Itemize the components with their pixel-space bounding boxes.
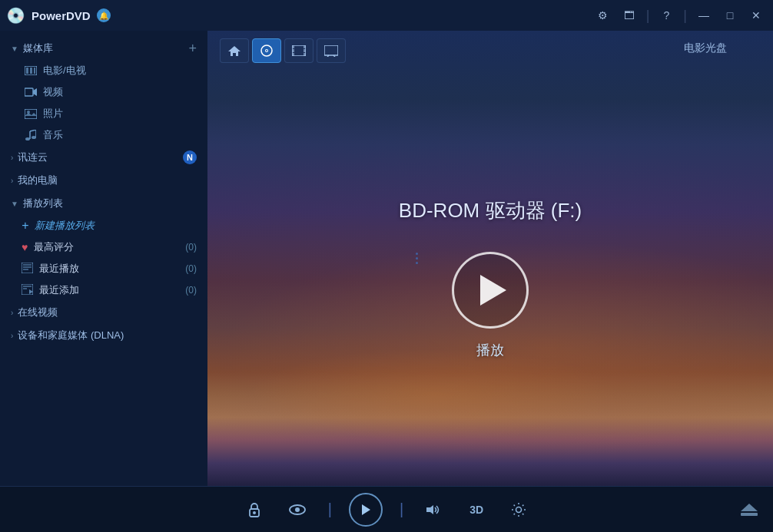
svg-point-41: [516, 507, 522, 512]
add-media-library-button[interactable]: +: [188, 41, 197, 55]
chevron-right-icon-3: ›: [11, 309, 13, 317]
svg-point-9: [32, 136, 36, 139]
help-button[interactable]: ?: [655, 5, 677, 26]
top-rated-label: 最高评分: [34, 240, 74, 254]
sidebar-item-new-playlist[interactable]: + 新建播放列表: [0, 215, 207, 236]
titlebar-controls: ⚙ 🗔 | ? | — □ ✕: [592, 5, 767, 26]
recently-added-label: 最近添加: [39, 283, 79, 297]
window-mode-button[interactable]: 🗔: [619, 5, 640, 26]
disc-tab-button[interactable]: [252, 38, 281, 63]
photo-label: 照片: [43, 107, 63, 121]
settings-button[interactable]: ⚙: [592, 5, 614, 26]
svg-rect-32: [324, 45, 338, 55]
recently-played-icon: [22, 263, 33, 276]
svg-rect-29: [304, 45, 306, 48]
lock-button[interactable]: [241, 496, 268, 524]
svg-rect-43: [741, 513, 758, 516]
maximize-button[interactable]: □: [719, 5, 741, 26]
sidebar-item-online-video[interactable]: › 在线视频: [0, 301, 207, 324]
sidebar-item-playlist[interactable]: ▼ 播放列表: [0, 192, 207, 215]
chevron-down-icon: ▼: [11, 45, 18, 53]
drive-label: BD-ROM 驱动器 (F:): [399, 197, 582, 224]
svg-marker-42: [741, 504, 758, 511]
recently-added-count: (0): [185, 285, 197, 296]
svg-point-24: [266, 50, 267, 51]
minimize-button[interactable]: —: [693, 5, 715, 26]
bottombar-separator: |: [328, 501, 332, 518]
movie-tv-icon: [25, 65, 37, 76]
sidebar-item-media-library[interactable]: ▼ 媒体库 +: [0, 37, 207, 60]
title-separator-2: |: [683, 8, 687, 24]
cloud-badge: N: [183, 150, 197, 164]
sidebar-item-recently-played[interactable]: 最近播放 (0): [0, 258, 207, 279]
volume-button[interactable]: [420, 496, 448, 524]
svg-rect-2: [30, 68, 32, 74]
close-button[interactable]: ✕: [745, 5, 767, 26]
home-tab-button[interactable]: [220, 38, 249, 63]
sidebar: ▼ 媒体库 + 电影/电视 视频 照片: [0, 31, 207, 486]
handle-dot: [416, 262, 418, 264]
notification-bell-icon[interactable]: 🔔: [97, 8, 111, 22]
svg-marker-40: [426, 505, 433, 514]
sidebar-item-top-rated[interactable]: ♥ 最高评分 (0): [0, 236, 207, 258]
tv-tab-button[interactable]: [317, 38, 346, 63]
sidebar-item-photo[interactable]: 照片: [0, 103, 207, 124]
svg-rect-17: [22, 284, 33, 295]
content-title: 电影光盘: [684, 41, 727, 55]
svg-rect-26: [292, 45, 294, 48]
new-playlist-label: 新建播放列表: [35, 219, 95, 233]
my-pc-label: 我的电脑: [18, 173, 58, 187]
movie-tv-label: 电影/电视: [43, 64, 86, 78]
video-label: 视频: [43, 85, 63, 99]
svg-rect-6: [25, 109, 37, 119]
svg-point-8: [25, 137, 30, 140]
cloud-label: 讯连云: [18, 150, 48, 164]
chevron-right-icon-4: ›: [11, 332, 13, 340]
main-play-button[interactable]: [349, 493, 383, 527]
online-video-label: 在线视频: [18, 306, 58, 319]
svg-rect-13: [22, 263, 33, 273]
handle-dot: [416, 253, 418, 255]
svg-rect-27: [292, 49, 294, 52]
sidebar-item-music[interactable]: 音乐: [0, 124, 207, 146]
svg-line-12: [30, 130, 36, 131]
toolbar: 电影光盘: [207, 31, 773, 71]
playback-settings-button[interactable]: [505, 496, 532, 524]
sidebar-item-video[interactable]: 视频: [0, 81, 207, 103]
sidebar-item-movie-tv[interactable]: 电影/电视: [0, 60, 207, 81]
svg-rect-1: [26, 68, 28, 74]
recently-played-count: (0): [185, 263, 197, 274]
svg-point-38: [295, 507, 300, 512]
sidebar-item-cloud[interactable]: › 讯连云 N: [0, 146, 207, 169]
app-title: PowerDVD: [32, 9, 91, 22]
svg-rect-31: [304, 53, 306, 56]
add-playlist-icon: +: [22, 219, 28, 233]
center-play-area: BD-ROM 驱动器 (F:) 播放: [207, 71, 773, 486]
photo-icon: [25, 108, 37, 119]
recently-added-icon: [22, 284, 33, 297]
svg-marker-21: [228, 46, 241, 56]
svg-rect-30: [304, 49, 306, 52]
title-separator: |: [646, 8, 650, 24]
sidebar-item-dlna[interactable]: › 设备和家庭媒体 (DLNA): [0, 324, 207, 347]
content-area: 电影光盘 BD-ROM 驱动器 (F:) 播放: [207, 31, 773, 486]
bottombar: | | 3D: [0, 486, 773, 532]
heart-icon: ♥: [22, 241, 28, 253]
film-tab-button[interactable]: [284, 38, 314, 63]
bottombar-separator-2: |: [400, 501, 403, 518]
play-triangle-icon: [480, 275, 506, 306]
music-label: 音乐: [43, 128, 63, 142]
sidebar-item-recently-added[interactable]: 最近添加 (0): [0, 279, 207, 301]
titlebar-left: 💿 PowerDVD 🔔: [6, 6, 111, 25]
chevron-down-icon-2: ▼: [11, 200, 18, 208]
top-rated-count: (0): [185, 242, 197, 253]
3d-label: 3D: [469, 504, 483, 516]
play-disc-button[interactable]: [452, 252, 529, 329]
svg-marker-39: [362, 504, 370, 515]
3d-button[interactable]: 3D: [463, 496, 489, 524]
sidebar-resize-handle[interactable]: [415, 31, 418, 486]
chevron-right-icon: ›: [11, 154, 13, 162]
eye-view-button[interactable]: [284, 496, 311, 524]
sidebar-item-my-pc[interactable]: › 我的电脑: [0, 169, 207, 192]
eject-button[interactable]: [741, 502, 758, 521]
